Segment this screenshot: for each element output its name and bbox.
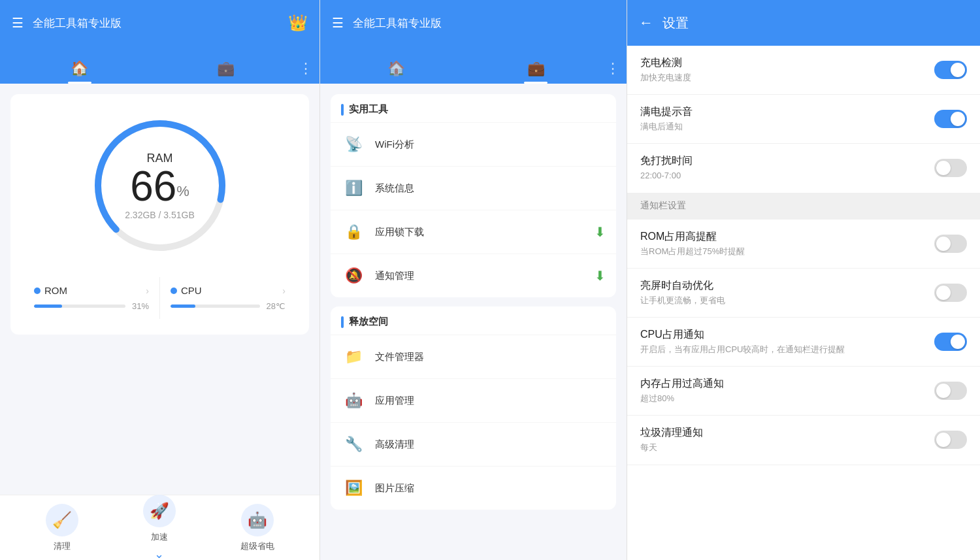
applock-name: 应用锁下载 xyxy=(375,226,595,239)
section-header-1: 实用工具 xyxy=(331,94,616,122)
tool-filemanager[interactable]: 📁 文件管理器 xyxy=(331,335,616,378)
cpu-arrow: › xyxy=(282,286,286,296)
tool-notify[interactable]: 🔕 通知管理 ⬇ xyxy=(331,254,616,297)
tools-content: 实用工具 📡 WiFi分析 ℹ️ 系统信息 🔒 应用锁下载 ⬇ 🔕 通知管理 ⬇ xyxy=(320,84,627,560)
app-title-1: 全能工具箱专业版 xyxy=(33,16,288,31)
toggle-dnd[interactable] xyxy=(934,159,967,177)
setting-screen-optimize: 亮屏时自动优化 让手机更流畅，更省电 xyxy=(627,269,980,318)
tool-sysinfo[interactable]: ℹ️ 系统信息 xyxy=(331,166,616,210)
panel1-header: ☰ 全能工具箱专业版 👑 xyxy=(0,0,319,46)
setting-charge-desc: 加快充电速度 xyxy=(640,72,934,84)
tab-tools-1[interactable]: 💼 xyxy=(153,60,299,84)
tool-appmanager[interactable]: 🤖 应用管理 xyxy=(331,378,616,422)
menu-icon-2[interactable]: ☰ xyxy=(332,15,344,31)
stat-rom-bar-container: 31% xyxy=(34,301,149,311)
stat-cpu-left: CPU xyxy=(171,285,202,296)
tab-home-2[interactable]: 🏠 xyxy=(327,60,466,84)
cpu-bar-bg xyxy=(171,305,260,308)
setting-full-info: 满电提示音 满电后通知 xyxy=(640,105,934,133)
sysinfo-name: 系统信息 xyxy=(375,182,606,195)
stat-rom-left: ROM xyxy=(34,285,67,296)
settings-title: 设置 xyxy=(662,14,689,32)
setting-cpu-notify-desc: 开启后，当有应用占用CPU较高时，在通知栏进行提醒 xyxy=(640,344,934,355)
toggle-charge-detect[interactable] xyxy=(934,61,967,79)
panel-settings: ← 设置 充电检测 加快充电速度 满电提示音 满电后通知 免打扰时间 22:00… xyxy=(627,0,980,560)
briefcase-icon-1: 💼 xyxy=(217,60,235,77)
setting-junk-notify-desc: 每天 xyxy=(640,442,934,453)
toggle-ram-high[interactable] xyxy=(934,382,967,400)
powersave-icon: 🤖 xyxy=(241,504,274,536)
tool-applock[interactable]: 🔒 应用锁下载 ⬇ xyxy=(331,210,616,254)
crown-icon[interactable]: 👑 xyxy=(288,14,308,32)
rom-name: ROM xyxy=(44,285,67,296)
setting-dnd-info: 免打扰时间 22:00-7:00 xyxy=(640,154,934,182)
panel2-header: ☰ 全能工具箱专业版 xyxy=(320,0,627,46)
filemanager-name: 文件管理器 xyxy=(375,351,606,363)
stats-row: ROM › 31% CPU xyxy=(24,277,296,319)
setting-ram-high-info: 内存占用过高通知 超过80% xyxy=(640,377,934,404)
tool-advclean[interactable]: 🔧 高级清理 xyxy=(331,422,616,466)
advclean-icon: 🔧 xyxy=(341,432,366,457)
sysinfo-icon: ℹ️ xyxy=(341,176,366,201)
gauge-center: RAM 66% 2.32GB / 3.51GB xyxy=(125,152,195,220)
app-title-2: 全能工具箱专业版 xyxy=(353,16,615,31)
toggle-cpu-notify[interactable] xyxy=(934,333,967,351)
filemanager-icon: 📁 xyxy=(341,344,366,369)
setting-junk-notify-name: 垃圾清理通知 xyxy=(640,426,934,440)
setting-dnd: 免打扰时间 22:00-7:00 xyxy=(627,144,980,193)
wifi-name: WiFi分析 xyxy=(375,139,606,151)
applock-icon: 🔒 xyxy=(341,220,366,244)
section-notification-bar: 通知栏设置 xyxy=(627,193,980,220)
rom-dot xyxy=(34,288,41,294)
more-dots-2: ⋮ xyxy=(606,60,620,77)
cpu-name: CPU xyxy=(181,285,202,296)
tab-more-1[interactable]: ⋮ xyxy=(299,60,313,84)
setting-ram-high: 内存占用过高通知 超过80% xyxy=(627,367,980,416)
toggle-junk-notify[interactable] xyxy=(934,431,967,449)
notification-section-label: 通知栏设置 xyxy=(640,200,686,212)
action-boost[interactable]: 🚀 加速 ⌄ xyxy=(143,495,176,561)
notify-name: 通知管理 xyxy=(375,270,595,282)
setting-rom-alert-name: ROM占用高提醒 xyxy=(640,230,934,244)
ram-memory: 2.32GB / 3.51GB xyxy=(125,210,195,220)
tool-wifi[interactable]: 📡 WiFi分析 xyxy=(331,122,616,166)
toggle-full-sound[interactable] xyxy=(934,110,967,128)
setting-dnd-name: 免打扰时间 xyxy=(640,154,934,168)
rom-arrow: › xyxy=(146,286,149,296)
applock-badge: ⬇ xyxy=(595,224,606,240)
setting-rom-alert-info: ROM占用高提醒 当ROM占用超过75%时提醒 xyxy=(640,230,934,257)
imgcompress-name: 图片压缩 xyxy=(375,482,606,495)
setting-dnd-desc: 22:00-7:00 xyxy=(640,170,934,182)
setting-screen-optimize-name: 亮屏时自动优化 xyxy=(640,279,934,293)
section-title-1: 实用工具 xyxy=(349,103,388,116)
stat-cpu[interactable]: CPU › 28℃ xyxy=(160,277,296,319)
menu-icon-1[interactable]: ☰ xyxy=(12,15,24,31)
rom-bar-bg xyxy=(34,305,125,308)
notify-icon: 🔕 xyxy=(341,263,366,288)
briefcase-icon-2: 💼 xyxy=(527,60,545,77)
notify-badge: ⬇ xyxy=(595,268,606,284)
appmanager-name: 应用管理 xyxy=(375,395,606,407)
toggle-screen-optimize[interactable] xyxy=(934,284,967,302)
cpu-bar-fill xyxy=(171,305,195,308)
appmanager-icon: 🤖 xyxy=(341,388,366,413)
tool-imgcompress[interactable]: 🖼️ 图片压缩 xyxy=(331,466,616,510)
tab-tools-2[interactable]: 💼 xyxy=(466,60,606,84)
setting-cpu-notify-info: CPU占用通知 开启后，当有应用占用CPU较高时，在通知栏进行提醒 xyxy=(640,328,934,355)
toggle-rom-alert[interactable] xyxy=(934,235,967,253)
tab-bar-1: 🏠 💼 ⋮ xyxy=(0,46,319,84)
tab-home-1[interactable]: 🏠 xyxy=(7,60,153,84)
more-dots-1: ⋮ xyxy=(299,60,313,77)
setting-cpu-notify: CPU占用通知 开启后，当有应用占用CPU较高时，在通知栏进行提醒 xyxy=(627,318,980,367)
tab-more-2[interactable]: ⋮ xyxy=(606,60,620,84)
ram-percent: 66 xyxy=(130,163,176,210)
advclean-name: 高级清理 xyxy=(375,438,606,451)
setting-full-sound: 满电提示音 满电后通知 xyxy=(627,95,980,144)
boost-icon: 🚀 xyxy=(143,495,176,527)
stat-rom[interactable]: ROM › 31% xyxy=(24,277,160,319)
action-clean[interactable]: 🧹 清理 xyxy=(46,504,78,552)
back-button[interactable]: ← xyxy=(639,14,653,31)
setting-charge-info: 充电检测 加快充电速度 xyxy=(640,56,934,84)
action-powersave[interactable]: 🤖 超级省电 xyxy=(240,504,274,552)
stat-cpu-bar-container: 28℃ xyxy=(171,301,286,311)
